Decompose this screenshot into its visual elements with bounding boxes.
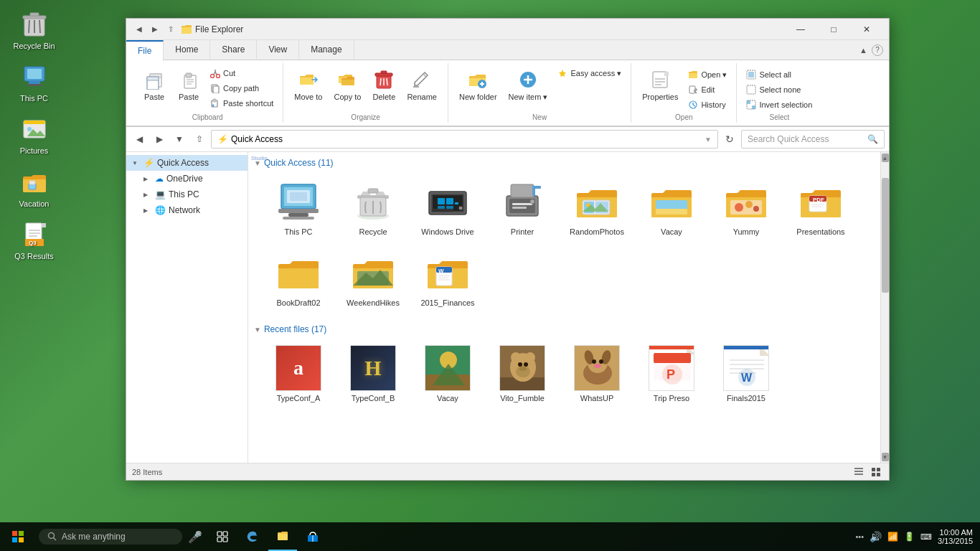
list-item[interactable]: W Finals2015 (710, 340, 782, 408)
start-button[interactable] (0, 522, 36, 551)
delete-btn[interactable]: Delete (367, 65, 400, 105)
open-btn[interactable]: Open ▾ (684, 67, 730, 82)
taskbar-dots[interactable]: ••• (856, 532, 864, 541)
taskbar-search[interactable]: Ask me anything (39, 529, 182, 545)
list-item[interactable]: H Studio TypeConf_B (337, 340, 409, 408)
copy-path-icon (210, 83, 220, 93)
cut-btn[interactable]: Cut (207, 66, 277, 80)
desktop-icon-pictures[interactable]: Pictures (7, 112, 61, 159)
details-view-btn[interactable] (852, 465, 866, 479)
new-folder-btn[interactable]: New folder (454, 65, 502, 105)
ribbon-collapse-btn[interactable]: ▲ (859, 46, 867, 55)
forward-btn[interactable]: ▶ (151, 131, 168, 148)
select-none-btn[interactable]: Select none (743, 83, 816, 97)
easy-access-btn[interactable]: Easy access ▾ (554, 66, 625, 80)
explorer-body: ▼ ⚡ Quick Access ▶ ☁ OneDrive ▶ 💻 This P… (126, 152, 889, 463)
network-icon: 🌐 (155, 205, 166, 215)
maximize-btn[interactable]: □ (817, 19, 850, 40)
microphone-btn[interactable]: 🎤 (185, 522, 205, 551)
large-icons-view-btn[interactable] (869, 465, 883, 479)
ribbon-group-open: Properties Open ▾ (631, 63, 737, 123)
volume-icon[interactable]: 🔊 (870, 531, 882, 542)
desktop-icon-this-pc[interactable]: This PC (7, 60, 61, 106)
list-item[interactable]: BookDraft02 (263, 245, 334, 313)
list-item[interactable]: PDF Presentations (785, 174, 857, 242)
paste-shortcut-icon (210, 98, 220, 108)
sidebar-item-onedrive[interactable]: ▶ ☁ OneDrive (126, 171, 248, 187)
taskbar-clock[interactable]: 10:00 AM 3/13/2015 (938, 528, 973, 545)
recent-locations-btn[interactable]: ▼ (171, 131, 188, 148)
nav-back-btn[interactable]: ◀ (132, 22, 146, 37)
list-item[interactable]: a TypeConf_A (263, 340, 334, 408)
edit-btn[interactable]: Edit (684, 83, 730, 97)
paste-shortcut-btn[interactable]: Paste shortcut (207, 96, 277, 110)
status-view-icons (852, 465, 883, 479)
search-field[interactable]: Search Quick Access 🔍 (741, 130, 885, 149)
list-item[interactable]: WeekendHikes (337, 245, 409, 313)
store-btn[interactable] (298, 522, 327, 551)
move-to-btn[interactable]: Move to (289, 65, 327, 105)
list-item[interactable]: P Trip Preso (636, 340, 707, 408)
history-btn[interactable]: History (684, 98, 730, 112)
sidebar-item-this-pc[interactable]: ▶ 💻 This PC (126, 187, 248, 202)
input-icon[interactable]: ⌨ (920, 532, 932, 542)
list-item[interactable]: Vito_Fumble (486, 340, 558, 408)
tab-manage[interactable]: Manage (299, 40, 354, 60)
recent-files-header[interactable]: ▼ Recent files (17) (254, 324, 875, 334)
new-item-icon (517, 68, 540, 91)
list-item[interactable]: This PC (263, 174, 334, 242)
list-item[interactable]: Recycle (337, 174, 409, 242)
up-btn[interactable]: ⇧ (191, 131, 208, 148)
window-title: File Explorer (195, 24, 784, 34)
network-status-icon[interactable]: 📶 (887, 532, 898, 542)
task-view-btn[interactable] (208, 522, 237, 551)
minimize-btn[interactable]: — (784, 19, 817, 40)
tab-view[interactable]: View (257, 40, 299, 60)
invert-selection-btn[interactable]: Invert selection (743, 98, 816, 112)
nav-forward-btn[interactable]: ▶ (148, 22, 162, 37)
close-btn[interactable]: ✕ (850, 19, 883, 40)
copy-path-btn[interactable]: Copy path (207, 81, 277, 95)
file-explorer-taskbar-btn[interactable] (268, 522, 297, 551)
tab-share[interactable]: Share (210, 40, 257, 60)
svg-rect-90 (432, 209, 453, 212)
address-dropdown-icon[interactable]: ▼ (705, 136, 712, 143)
list-item[interactable]: WhatsUP (561, 340, 633, 408)
desktop-icon-recycle[interactable]: Recycle Bin (7, 7, 61, 54)
new-item-btn[interactable]: New item ▾ (504, 65, 553, 105)
refresh-btn[interactable]: ↻ (721, 131, 738, 148)
back-btn[interactable]: ◀ (131, 131, 148, 148)
desktop-icon-vacation[interactable]: Vacation (7, 165, 61, 212)
tab-file[interactable]: File (126, 40, 164, 61)
sidebar-item-quick-access[interactable]: ▼ ⚡ Quick Access (126, 155, 248, 171)
list-item[interactable]: Yummy (710, 174, 782, 242)
scrollbar[interactable]: ▲ ▼ (880, 152, 889, 463)
copy-large-btn[interactable]: Paste (138, 65, 171, 105)
rename-btn[interactable]: Rename (402, 65, 442, 105)
nav-up-btn[interactable]: ⇧ (164, 22, 178, 37)
edge-btn[interactable] (238, 522, 267, 551)
pictures-icon (20, 115, 49, 143)
tab-home[interactable]: Home (164, 40, 210, 60)
quick-access-header[interactable]: ▼ Quick Access (11) (254, 158, 875, 168)
chevron-right-icon3: ▶ (143, 207, 152, 214)
list-item[interactable]: RandomPhotos (561, 174, 633, 242)
desktop-icon-q3-results[interactable]: Q3 Q3 Results (7, 217, 61, 264)
scrollbar-thumb[interactable] (882, 178, 889, 293)
paste-large-btn[interactable]: Paste (172, 65, 205, 105)
ribbon-help-btn[interactable]: ? (872, 44, 883, 56)
list-item[interactable]: Windows Drive (412, 174, 484, 242)
list-item[interactable]: Vacay (636, 174, 707, 242)
list-item[interactable]: W 2015_Finances (412, 245, 484, 313)
copy-to-btn[interactable]: Copy to (329, 65, 366, 105)
select-all-btn[interactable]: Select all (743, 67, 816, 82)
properties-btn[interactable]: Properties (637, 65, 683, 105)
battery-icon[interactable]: 🔋 (904, 532, 915, 542)
list-item[interactable]: Vacay (412, 340, 484, 408)
list-item[interactable]: Printer (486, 174, 558, 242)
recent-collapse-btn[interactable]: ▼ (254, 326, 261, 334)
svg-rect-44 (381, 71, 387, 73)
svg-rect-43 (375, 73, 392, 76)
address-field[interactable]: ⚡ Quick Access ▼ (211, 130, 718, 149)
sidebar-item-network[interactable]: ▶ 🌐 Network (126, 202, 248, 218)
